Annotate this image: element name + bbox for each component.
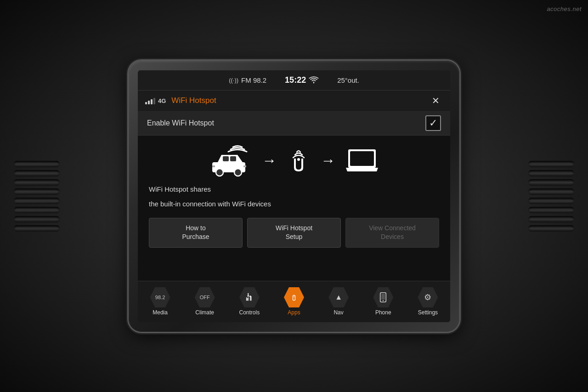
laptop-icon	[344, 145, 380, 177]
nav-icon: ▲	[328, 287, 349, 307]
svg-rect-6	[212, 165, 215, 167]
enable-wifi-label: Enable WiFi Hotspot	[147, 119, 214, 127]
nav-item-climate[interactable]: OFF Climate	[182, 281, 227, 322]
signal-bar-4	[153, 98, 155, 104]
time-status: 15:22	[285, 75, 319, 85]
left-vent	[9, 127, 64, 265]
close-button[interactable]: ✕	[428, 93, 443, 108]
router-icon	[285, 145, 312, 177]
action-buttons: How toPurchase WiFi HotspotSetup View Co…	[149, 218, 439, 248]
temp-label: 25°out.	[337, 76, 359, 84]
description-text: WiFi Hotspot shares the built-in connect…	[149, 184, 439, 218]
clock: 15:22	[285, 75, 306, 85]
phone-icon	[373, 287, 393, 307]
radio-label: FM 98.2	[241, 76, 266, 84]
settings-label: Settings	[418, 309, 438, 316]
car-icon	[208, 145, 254, 177]
svg-rect-1	[223, 156, 229, 161]
svg-point-7	[297, 158, 300, 161]
right-vent	[524, 127, 579, 265]
screen-title: WiFi Hotspot	[171, 96, 423, 105]
enable-wifi-checkbox[interactable]: ✓	[425, 115, 441, 131]
svg-rect-13	[381, 294, 385, 300]
signal-bar-1	[145, 102, 147, 104]
signal-bars	[145, 97, 155, 104]
controls-label: Controls	[239, 309, 260, 316]
how-to-purchase-button[interactable]: How toPurchase	[149, 218, 243, 248]
arrow-icon-2: →	[321, 152, 335, 169]
signal-bar-2	[148, 101, 150, 104]
view-connected-devices-button[interactable]: View ConnectedDevices	[345, 218, 439, 248]
radio-status: ((·)) FM 98.2	[229, 76, 266, 84]
svg-rect-9	[350, 151, 374, 166]
svg-point-4	[234, 169, 242, 176]
wifi-hotspot-setup-button[interactable]: WiFi HotspotSetup	[247, 218, 341, 248]
infotainment-screen: ((·)) FM 98.2 15:22 25°out.	[138, 70, 450, 322]
nav-item-nav[interactable]: ▲ Nav	[317, 281, 361, 322]
settings-icon: ⚙	[418, 287, 438, 307]
car-surround: acoches.net ((·)) FM 98.2	[0, 0, 588, 392]
controls-icon	[239, 287, 260, 307]
apps-icon	[284, 287, 304, 307]
phone-label: Phone	[375, 309, 391, 316]
nav-item-settings[interactable]: ⚙ Settings	[406, 281, 450, 322]
status-bar: ((·)) FM 98.2 15:22 25°out.	[138, 70, 450, 91]
svg-point-11	[294, 296, 294, 297]
nav-label: Nav	[334, 309, 343, 316]
arrow-icon-1: →	[262, 152, 277, 169]
nav-item-phone[interactable]: Phone	[361, 281, 406, 322]
description-line2: the built-in connection with WiFi device…	[149, 199, 439, 210]
svg-point-14	[383, 300, 384, 301]
climate-icon: OFF	[195, 287, 215, 307]
checkmark-icon: ✓	[429, 117, 437, 129]
temp-status: 25°out.	[337, 76, 359, 84]
main-content: → →	[138, 136, 450, 281]
description-line1: WiFi Hotspot shares	[149, 184, 439, 195]
radio-icon: ((·))	[229, 77, 238, 84]
signal-bar-3	[151, 99, 153, 104]
svg-rect-2	[230, 156, 236, 161]
nav-item-controls[interactable]: Controls	[227, 281, 271, 322]
signal-area: 4G	[145, 97, 166, 104]
svg-point-3	[216, 169, 223, 176]
svg-rect-5	[243, 165, 246, 167]
climate-label: Climate	[195, 309, 214, 316]
nav-item-media[interactable]: 98.2 Media	[138, 281, 182, 322]
network-type: 4G	[158, 97, 166, 104]
hotspot-diagram: → →	[149, 145, 439, 177]
screen-bezel: ((·)) FM 98.2 15:22 25°out.	[129, 61, 459, 332]
wifi-status-icon	[309, 76, 319, 84]
bottom-nav: 98.2 Media OFF Climate	[138, 281, 450, 322]
media-label: Media	[153, 309, 168, 316]
apps-label: Apps	[288, 309, 300, 316]
svg-rect-10	[248, 293, 249, 296]
watermark: acoches.net	[547, 6, 582, 12]
media-icon: 98.2	[150, 287, 170, 307]
enable-wifi-bar: Enable WiFi Hotspot ✓	[138, 112, 450, 136]
title-bar: 4G WiFi Hotspot ✕	[138, 91, 450, 112]
nav-item-apps[interactable]: Apps	[271, 281, 316, 322]
